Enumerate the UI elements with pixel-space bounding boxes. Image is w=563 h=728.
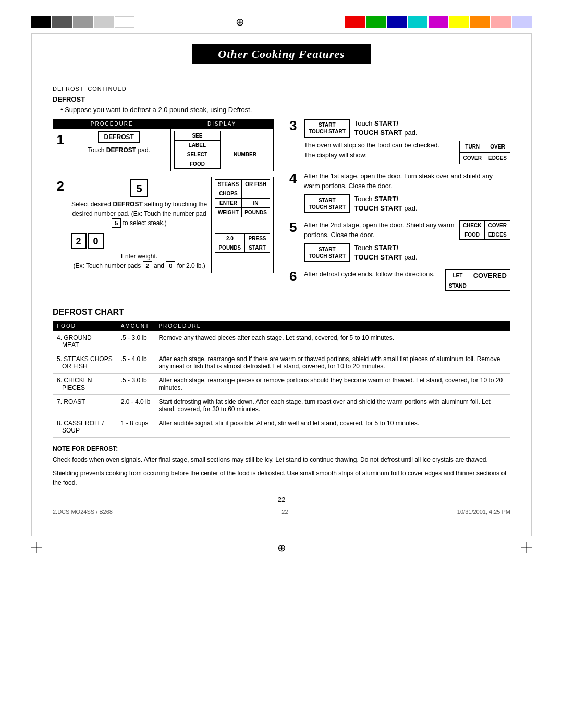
page-number: 22	[53, 496, 510, 503]
defrost-chart-heading: DEFROST CHART	[53, 307, 510, 317]
step6-desc: After defrost cycle ends, follow the dir…	[304, 269, 441, 279]
step5-desc-row: After the 2nd stage, open the door. Shie…	[304, 220, 510, 240]
color-blocks-left	[31, 16, 134, 28]
step5: 5 After the 2nd stage, open the door. Sh…	[289, 220, 510, 262]
note-text-1: Check foods when oven signals. After fin…	[53, 455, 510, 464]
step5-content: After the 2nd stage, open the door. Shie…	[304, 220, 510, 262]
top-bar: ⊕	[31, 16, 532, 28]
proc-cell-4: After audible signal, stir if possible. …	[154, 416, 510, 438]
step3-num: 3	[289, 119, 300, 132]
swatch-orange	[470, 16, 490, 28]
start-touch-start-box-3: STARTTOUCH START	[304, 119, 350, 138]
footer-center: 22	[282, 509, 288, 515]
keypad-5: 5	[130, 179, 148, 197]
step6-content: After defrost cycle ends, follow the dir…	[304, 269, 510, 291]
bottom-left-mark	[31, 542, 42, 553]
footer: 2.DCS MO24SS / B268 22 10/31/2001, 4:25 …	[53, 509, 510, 515]
swatch-lavender	[512, 16, 532, 28]
start-touch-start-box-5: STARTTOUCH START	[304, 243, 350, 262]
step2-num: 2	[53, 177, 68, 230]
food-cell-4: 8. CASSEROLE/ SOUP	[53, 416, 117, 438]
amount-cell-0: .5 - 3.0 lb	[117, 331, 155, 352]
step5-start-row: STARTTOUCH START Touch START/TOUCH START…	[304, 243, 510, 262]
table-row: 5. STEAKS CHOPS OR FISH .5 - 4.0 lb Afte…	[53, 352, 510, 374]
step4-desc: After the 1st stage, open the door. Turn…	[304, 171, 510, 191]
step2-weight-desc: Enter weight.(Ex: Touch number pads 2 an…	[71, 252, 208, 270]
swatch-cyan	[408, 16, 427, 28]
step6-display-grid: LET COVERED STAND	[445, 269, 510, 291]
food-cell-2: 6. CHICKEN PIECES	[53, 374, 117, 395]
step2-table: 2 5 Select desired DEFROST setting by to…	[53, 177, 274, 273]
step3-display-grid: TURN OVER COVER EDGES	[459, 141, 510, 164]
step5-num: 5	[289, 220, 300, 234]
procedure-header: PROCEDURE	[53, 119, 171, 129]
two-column-layout: PROCEDURE DISPLAY 1 DEFROST Touch DEFROS…	[53, 119, 510, 297]
food-cell-1: 5. STEAKS CHOPS OR FISH	[53, 352, 117, 374]
proc-cell-0: Remove any thawed pieces after each stag…	[154, 331, 510, 352]
procedure-table: PROCEDURE DISPLAY 1 DEFROST Touch DEFROS…	[53, 119, 274, 171]
page-content: Other Cooking Features DEFROST CONTINUED…	[31, 33, 532, 536]
step6: 6 After defrost cycle ends, follow the d…	[289, 269, 510, 291]
start-touch-start-box-4: STARTTOUCH START	[304, 194, 350, 213]
right-column: 3 STARTTOUCH START Touch START/TOUCH STA…	[289, 119, 510, 297]
amount-cell-2: .5 - 3.0 lb	[117, 374, 155, 395]
step6-row: After defrost cycle ends, follow the dir…	[304, 269, 510, 291]
step1-display: SEE LABEL SELECT NUMBE	[170, 129, 273, 171]
step3-desc: Touch START/TOUCH START pad.	[354, 119, 418, 138]
keypad-2: 2	[71, 233, 87, 249]
swatch-darkgray	[52, 16, 72, 28]
footer-left: 2.DCS MO24SS / B268	[53, 509, 113, 515]
step4-content: After the 1st stage, open the door. Turn…	[304, 171, 510, 213]
proc-cell-3: Start defrosting with fat side down. Aft…	[154, 395, 510, 416]
step4-start-row: STARTTOUCH START Touch START/TOUCH START…	[304, 194, 510, 213]
page-title-box: Other Cooking Features	[192, 44, 371, 64]
food-cell-0: 4. GROUND MEAT	[53, 331, 117, 352]
table-row: 7. ROAST 2.0 - 4.0 lb Start defrosting w…	[53, 395, 510, 416]
note-text-2: Shielding prevents cooking from occurrin…	[53, 468, 510, 487]
table-row: 4. GROUND MEAT .5 - 3.0 lb Remove any th…	[53, 331, 510, 352]
defrost-continued-suffix: CONTINUED	[88, 85, 126, 92]
table-row: 8. CASSEROLE/ SOUP 1 - 8 cups After audi…	[53, 416, 510, 438]
amount-cell-1: .5 - 4.0 lb	[117, 352, 155, 374]
step5-display-grid: CHECK COVER FOOD EDGES	[459, 220, 510, 240]
display-header: DISPLAY	[170, 119, 273, 129]
swatch-yellow	[449, 16, 469, 28]
center-registration-mark: ⊕	[236, 16, 244, 28]
step2-proc-cell: 5 Select desired DEFROST setting by touc…	[68, 177, 212, 230]
swatch-green	[366, 16, 386, 28]
note-section: NOTE FOR DEFROST: Check foods when oven …	[53, 445, 510, 487]
step1-procedure: DEFROST Touch DEFROST pad.	[68, 129, 171, 171]
swatch-lightgray	[94, 16, 114, 28]
swatch-blue	[387, 16, 407, 28]
step6-num: 6	[289, 269, 300, 283]
step2-desc: Select desired DEFROST setting by touchi…	[71, 200, 208, 228]
page-title: Other Cooking Features	[218, 47, 345, 60]
proc-cell-2: After each stage, rearrange pieces or re…	[154, 374, 510, 395]
swatch-magenta	[429, 16, 448, 28]
page: ⊕ Other Cooking Features DEFROST CONTINU…	[0, 0, 563, 728]
amount-cell-3: 2.0 - 4.0 lb	[117, 395, 155, 416]
defrost-button: DEFROST	[98, 131, 140, 143]
bottom-center-mark: ⊕	[277, 541, 286, 554]
food-cell-3: 7. ROAST	[53, 395, 117, 416]
footer-right: 10/31/2001, 4:25 PM	[457, 509, 510, 515]
bottom-bar: ⊕	[31, 541, 532, 554]
step1-num: 1	[53, 129, 68, 171]
table-row: 6. CHICKEN PIECES .5 - 3.0 lb After each…	[53, 374, 510, 395]
swatch-white	[115, 16, 134, 28]
step1-desc: Touch DEFROST pad.	[88, 146, 150, 154]
col-food-header: FOOD	[53, 321, 117, 331]
step4-touch-desc: Touch START/TOUCH START pad.	[354, 194, 418, 213]
color-blocks-right	[345, 16, 532, 28]
step5-desc: After the 2nd stage, open the door. Shie…	[304, 220, 455, 240]
swatch-gray	[73, 16, 93, 28]
swatch-pink	[491, 16, 511, 28]
step2-display2: 2.0 PRESS POUNDS START	[211, 230, 273, 273]
col-procedure-header: PROCEDURE	[154, 321, 510, 331]
title-wrapper: Other Cooking Features	[53, 44, 510, 73]
left-column: PROCEDURE DISPLAY 1 DEFROST Touch DEFROS…	[53, 119, 274, 297]
step3: 3 STARTTOUCH START Touch START/TOUCH STA…	[289, 119, 510, 164]
swatch-red	[345, 16, 365, 28]
defrost-continued-label: DEFROST	[53, 85, 84, 92]
note-heading: NOTE FOR DEFROST:	[53, 445, 510, 452]
